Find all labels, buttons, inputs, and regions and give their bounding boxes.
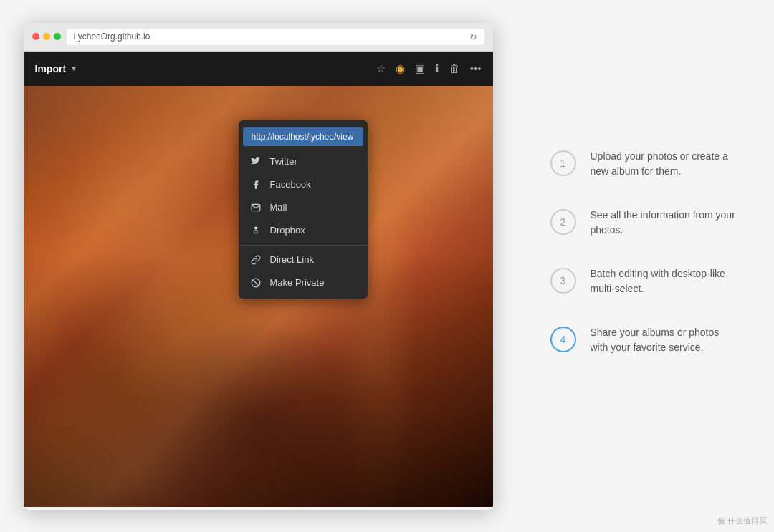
link-icon [250, 254, 262, 266]
dot-minimize[interactable] [43, 33, 50, 40]
feature-number-2: 2 [550, 209, 576, 235]
photo-area: http://localhost/lychee/view Twitter [24, 86, 493, 507]
feature-item-2: 2 See all the information from your phot… [550, 208, 737, 238]
more-icon[interactable]: ••• [470, 62, 482, 74]
browser-chrome: LycheeOrg.github.io ↻ [24, 23, 493, 52]
dropbox-icon [250, 225, 262, 236]
share-icon[interactable]: ◉ [396, 62, 405, 75]
menu-item-dropbox[interactable]: Dropbox [239, 219, 368, 242]
watermark: 值 什么值得买 [717, 516, 767, 526]
app-toolbar: Import ▼ ☆ ◉ ▣ ℹ 🗑 ••• [24, 52, 493, 86]
toolbar-right: ☆ ◉ ▣ ℹ 🗑 ••• [376, 62, 482, 75]
dropdown-url-bar[interactable]: http://localhost/lychee/view [243, 127, 363, 146]
menu-item-facebook[interactable]: Facebook [239, 173, 368, 196]
private-icon [250, 277, 262, 289]
menu-item-direct-link[interactable]: Direct Link [239, 248, 368, 271]
feature-list: 1 Upload your photos or create a new alb… [536, 135, 751, 398]
dropdown-divider [239, 245, 368, 246]
page-wrapper: LycheeOrg.github.io ↻ Import ▼ ☆ ◉ ▣ ℹ 🗑… [0, 0, 774, 532]
feature-text-2: See all the information from your photos… [591, 208, 737, 238]
url-bar[interactable]: LycheeOrg.github.io ↻ [67, 29, 484, 45]
menu-item-twitter[interactable]: Twitter [239, 150, 368, 173]
browser-window: LycheeOrg.github.io ↻ Import ▼ ☆ ◉ ▣ ℹ 🗑… [24, 23, 493, 510]
feature-number-3: 3 [550, 268, 576, 294]
app-content: Import ▼ ☆ ◉ ▣ ℹ 🗑 ••• http://localhost/… [24, 52, 493, 507]
feature-text-3: Batch editing with desktop-like multi-se… [591, 266, 737, 296]
direct-link-label: Direct Link [270, 254, 314, 265]
feature-item-1: 1 Upload your photos or create a new alb… [550, 149, 737, 179]
feature-text-4: Share your albums or photos with your fa… [591, 325, 737, 355]
menu-item-make-private[interactable]: Make Private [239, 271, 368, 294]
twitter-label: Twitter [270, 156, 297, 167]
browser-dots [32, 33, 61, 40]
twitter-icon [250, 156, 262, 168]
menu-item-mail[interactable]: Mail [239, 196, 368, 219]
star-icon[interactable]: ☆ [376, 62, 386, 75]
facebook-icon [250, 179, 262, 190]
feature-item-3: 3 Batch editing with desktop-like multi-… [550, 266, 737, 296]
delete-icon[interactable]: 🗑 [449, 62, 460, 74]
feature-item-4: 4 Share your albums or photos with your … [550, 325, 737, 355]
svg-line-1 [252, 279, 258, 285]
make-private-label: Make Private [270, 277, 325, 288]
dropbox-label: Dropbox [270, 225, 305, 236]
folder-icon[interactable]: ▣ [415, 62, 425, 75]
dot-close[interactable] [32, 33, 39, 40]
import-label: Import [35, 63, 67, 74]
share-dropdown-menu: http://localhost/lychee/view Twitter [239, 120, 368, 299]
mail-icon [250, 202, 262, 213]
import-button[interactable]: Import ▼ [35, 63, 77, 74]
mail-label: Mail [270, 202, 287, 213]
refresh-icon[interactable]: ↻ [469, 32, 477, 42]
feature-number-4: 4 [550, 327, 576, 352]
dot-maximize[interactable] [54, 33, 61, 40]
import-caret: ▼ [70, 64, 77, 72]
feature-text-1: Upload your photos or create a new album… [591, 149, 737, 179]
info-icon[interactable]: ℹ [435, 62, 439, 75]
url-text: LycheeOrg.github.io [74, 32, 150, 42]
facebook-label: Facebook [270, 179, 311, 190]
feature-number-1: 1 [550, 150, 576, 176]
